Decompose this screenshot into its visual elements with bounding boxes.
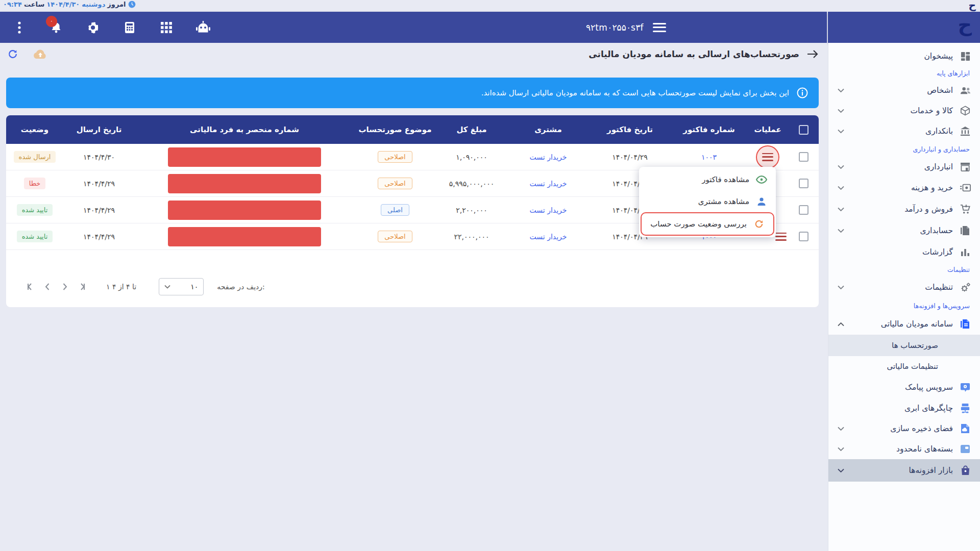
row-checkbox[interactable] — [799, 232, 808, 241]
sidebar-item-label: بازار افزونه‌ها — [909, 466, 953, 475]
header-operations: عملیات — [747, 125, 788, 134]
notifications-bell-icon[interactable]: ۰ — [49, 20, 63, 35]
customer-link[interactable]: خریدار تست — [530, 206, 567, 214]
rows-per-page-label: ردیف در صفحه: — [217, 283, 265, 291]
total-amount: ۱,۰۹۰,۰۰۰ — [436, 153, 507, 161]
clock-icon — [128, 1, 136, 8]
sidebar-toggle-icon[interactable] — [653, 23, 666, 32]
sidebar-item-label: سرویس پیامک — [905, 383, 953, 392]
robot-assistant-icon[interactable] — [196, 20, 210, 35]
sidebar-item-settings[interactable]: تنظیمات — [828, 277, 980, 298]
more-dots-icon[interactable] — [12, 20, 27, 35]
chevron-down-icon — [838, 229, 844, 233]
chevron-down-icon — [838, 285, 844, 290]
header-customer: مشتری — [507, 125, 589, 134]
sidebar-item-purchases-expenses[interactable]: خرید و هزینه — [828, 177, 980, 198]
last-page-icon[interactable] — [74, 278, 91, 295]
customer-link[interactable]: خریدار تست — [530, 180, 567, 188]
subject-badge: اصلاحی — [378, 231, 412, 242]
sidebar-item-inventory[interactable]: انبارداری — [828, 157, 980, 177]
menu-item-view-invoice[interactable]: مشاهده فاکتور — [639, 168, 776, 190]
menu-item-check-invoice-status[interactable]: بررسی وضعیت صورت حساب — [641, 212, 774, 236]
rows-per-page-select[interactable]: ۱۰ — [159, 278, 204, 295]
sidebar-item-reports[interactable]: گزارشات — [828, 241, 980, 263]
sidebar-item-label: خرید و هزینه — [911, 183, 953, 192]
back-arrow-icon[interactable] — [806, 49, 819, 59]
row-checkbox[interactable] — [799, 205, 808, 215]
send-date: ۱۴۰۴/۴/۲۹ — [63, 233, 135, 241]
app-logo: ح — [958, 14, 972, 36]
shopping-bag-icon — [960, 465, 971, 476]
sidebar-item-banking[interactable]: بانکداری — [828, 121, 980, 141]
apps-grid-icon[interactable] — [159, 20, 174, 35]
current-date: ۱۴۰۴/۴/۳۰ — [46, 1, 80, 8]
previous-page-icon[interactable] — [39, 278, 56, 295]
sidebar-item-label: تنظیمات مالیاتی — [887, 362, 938, 371]
settings-gear-icon[interactable] — [86, 20, 100, 35]
info-icon — [796, 87, 808, 99]
subject-badge: اصلی — [381, 204, 409, 216]
sidebar-item-goods-services[interactable]: کالا و خدمات — [828, 101, 980, 121]
sidebar-item-label: اشخاص — [927, 86, 953, 95]
next-page-icon[interactable] — [56, 278, 74, 295]
select-all-checkbox[interactable] — [799, 125, 808, 135]
sidebar-subitem-tax-settings[interactable]: تنظیمات مالیاتی — [828, 356, 980, 377]
sidebar-item-addons-market[interactable]: بازار افزونه‌ها — [828, 459, 980, 482]
chevron-up-icon — [838, 322, 844, 327]
dashboard-icon — [960, 51, 971, 62]
sidebar-item-storage-space[interactable]: فضای ذخیره سازی — [828, 418, 980, 439]
header-invoice-number: شماره فاکتور — [671, 125, 747, 134]
sidebar-section-accounting-inventory: حسابداری و انبارداری — [828, 141, 980, 157]
calculator-icon[interactable] — [122, 20, 137, 35]
notification-badge: ۰ — [46, 16, 57, 27]
invoice-date: ۱۴۰۴/۰۴/۲۹ — [589, 153, 671, 161]
customer-link[interactable]: خریدار تست — [530, 233, 567, 241]
status-badge: تایید شده — [17, 231, 53, 242]
row-actions-menu-icon[interactable] — [775, 233, 787, 241]
info-banner: این بخش برای نمایش لیست صورتحساب هایی اس… — [6, 78, 819, 108]
chevron-down-icon — [838, 165, 844, 169]
gears-icon — [960, 282, 971, 293]
sidebar-item-sms-service[interactable]: سرویس پیامک — [828, 377, 980, 398]
sidebar-section-basic-tools: ابزارهای پایه — [828, 66, 980, 80]
sidebar-item-sales-income[interactable]: فروش و درآمد — [828, 198, 980, 220]
sidebar-item-label: بانکداری — [925, 127, 953, 136]
sidebar-item-label: صورتحساب ها — [892, 341, 938, 350]
chevron-down-icon — [838, 468, 844, 473]
menu-item-view-customer[interactable]: مشاهده مشتری — [639, 190, 776, 212]
cart-icon — [960, 204, 971, 215]
total-amount: ۵,۹۹۵,۰۰۰,۰۰۰ — [436, 180, 507, 188]
first-page-icon[interactable] — [21, 278, 39, 295]
menu-item-label: مشاهده فاکتور — [702, 175, 749, 184]
sidebar-item-label: سامانه مودیان مالیاتی — [881, 319, 953, 329]
sidebar-section-services-addons: سرویس‌ها و افزونه‌ها — [828, 298, 980, 313]
row-checkbox[interactable] — [799, 179, 808, 188]
invoice-number-link[interactable]: ۱۰۰۳ — [701, 153, 717, 161]
workspace-code: ۹۲tm۰۲۵۵۰s۳f — [586, 22, 644, 33]
sidebar-item-people[interactable]: اشخاص — [828, 80, 980, 101]
redacted-tax-id — [168, 147, 321, 167]
box-icon — [960, 105, 971, 116]
cloud-upload-icon[interactable] — [33, 48, 48, 60]
sidebar-item-unlimited-packages[interactable]: بسته‌های نامحدود — [828, 439, 980, 459]
sidebar-item-accounting[interactable]: حسابداری — [828, 220, 980, 241]
app-logo-small: ح — [969, 0, 976, 11]
sidebar-item-tax-moadian-system[interactable]: سامانه مودیان مالیاتی — [828, 313, 980, 335]
cloud-printer-icon — [960, 403, 971, 414]
customer-link[interactable]: خریدار تست — [530, 153, 567, 161]
header-tax-unique-number: شماره منحصر به فرد مالیاتی — [135, 125, 354, 134]
sidebar-section-settings: تنظیمات — [828, 263, 980, 277]
refresh-icon[interactable] — [7, 48, 18, 60]
people-icon — [960, 85, 971, 96]
bank-icon — [960, 126, 971, 137]
row-actions-menu-icon[interactable] — [762, 153, 773, 161]
sidebar-item-label: گزارشات — [922, 247, 953, 257]
total-amount: ۲,۲۰۰,۰۰۰ — [436, 206, 507, 214]
row-checkbox[interactable] — [799, 152, 808, 162]
sidebar-item-cloud-printers[interactable]: چاپگرهای ابری — [828, 398, 980, 418]
datetime-bar: امروز دوشنبه ۱۴۰۴/۴/۳۰ ساعت ۰۹:۳۴ — [3, 1, 136, 8]
sidebar-item-dashboard[interactable]: پیشخوان — [828, 46, 980, 66]
chevron-down-icon — [838, 186, 844, 190]
sidebar-subitem-invoices[interactable]: صورتحساب ها — [828, 335, 980, 356]
total-amount: ۲۲,۰۰۰,۰۰۰ — [436, 233, 507, 241]
